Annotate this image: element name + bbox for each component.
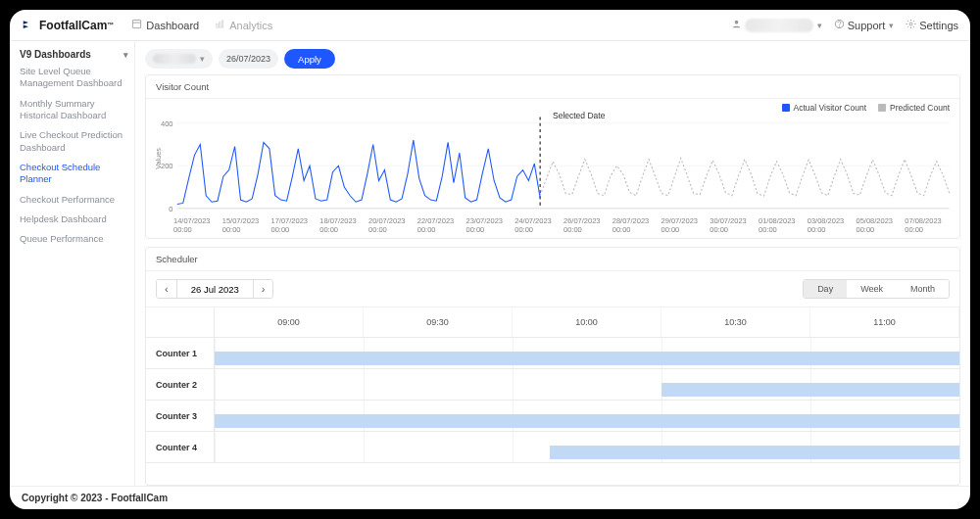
- row-bar-area: [215, 432, 959, 462]
- date-select[interactable]: 26/07/2023: [219, 49, 278, 69]
- svg-rect-0: [133, 20, 141, 27]
- user-icon: [731, 19, 742, 31]
- main-content: ▾ 26/07/2023 Apply Visitor Count Ac: [135, 41, 970, 486]
- chevron-down-icon: ▾: [123, 50, 128, 60]
- x-tick: 26/07/2023 00:00: [564, 216, 612, 234]
- view-week-button[interactable]: Week: [847, 280, 897, 298]
- time-header: 10:30: [662, 307, 810, 337]
- time-header: 11:00: [810, 307, 959, 337]
- svg-text:0: 0: [169, 205, 172, 213]
- x-tick: 17/07/2023 00:00: [271, 216, 320, 234]
- svg-rect-2: [217, 24, 218, 28]
- x-tick: 18/07/2023 00:00: [319, 216, 368, 234]
- topbar: FootfallCam™ Dashboard Analytics ▾: [10, 10, 970, 41]
- sidebar: V9 Dashboards ▾ Site Level Queue Managem…: [10, 41, 135, 486]
- svg-rect-3: [220, 23, 220, 28]
- scheduler-title: Scheduler: [146, 248, 959, 271]
- dashboard-icon: [131, 19, 142, 31]
- time-header: 09:00: [215, 307, 364, 337]
- sidebar-item-3[interactable]: Checkout Schedule Planner: [20, 162, 128, 186]
- site-value-blurred: [153, 54, 196, 64]
- nav-dashboard[interactable]: Dashboard: [131, 19, 199, 31]
- sidebar-item-0[interactable]: Site Level Queue Management Dashboard: [20, 66, 128, 90]
- svg-point-8: [909, 23, 912, 25]
- prev-day-button[interactable]: ‹: [157, 280, 176, 298]
- x-tick: 14/07/2023 00:00: [173, 216, 222, 234]
- site-select[interactable]: ▾: [145, 49, 213, 69]
- x-tick: 20/07/2023 00:00: [368, 216, 417, 234]
- row-label: Counter 1: [146, 338, 215, 368]
- x-tick: 30/07/2023 00:00: [710, 216, 759, 234]
- view-toggle: Day Week Month: [803, 279, 950, 299]
- svg-point-7: [839, 26, 840, 27]
- schedule-bar[interactable]: [550, 446, 959, 459]
- footer-copyright: Copyright © 2023 - FootfallCam: [10, 486, 970, 509]
- time-header: 09:30: [364, 307, 513, 337]
- x-tick: 22/07/2023 00:00: [417, 216, 466, 234]
- sidebar-item-4[interactable]: Checkout Performance: [20, 194, 128, 206]
- sidebar-item-2[interactable]: Live Checkout Prediction Dashboard: [20, 129, 128, 154]
- sidebar-item-6[interactable]: Queue Performance: [20, 233, 128, 245]
- date-value: 26/07/2023: [226, 54, 270, 64]
- help-icon: [834, 19, 845, 31]
- row-bar-area: [215, 401, 959, 431]
- x-tick: 29/07/2023 00:00: [662, 216, 710, 234]
- svg-text:Values: Values: [153, 148, 162, 169]
- settings-link[interactable]: Settings: [906, 19, 958, 31]
- chevron-down-icon: ▾: [817, 21, 822, 30]
- x-tick: 07/08/2023 00:00: [905, 216, 954, 234]
- row-label: Counter 2: [146, 369, 215, 400]
- x-tick: 01/08/2023 00:00: [759, 216, 808, 234]
- scheduler-row: Counter 2: [146, 369, 959, 401]
- brand-logo: FootfallCam™: [22, 19, 114, 32]
- support-link[interactable]: Support ▾: [834, 19, 895, 31]
- legend-predicted[interactable]: Predicted Count: [878, 103, 950, 113]
- user-name-blurred: [745, 19, 813, 32]
- schedule-bar[interactable]: [215, 414, 959, 428]
- legend-actual[interactable]: Actual Visitor Count: [782, 103, 867, 113]
- x-tick: 23/07/2023 00:00: [466, 216, 515, 234]
- sidebar-item-5[interactable]: Helpdesk Dashboard: [20, 213, 128, 225]
- chart-x-axis: 14/07/2023 00:0015/07/2023 00:0017/07/20…: [146, 216, 959, 238]
- x-tick: 05/08/2023 00:00: [857, 216, 906, 234]
- visitor-count-card: Visitor Count Actual Visitor Count Predi…: [145, 74, 960, 239]
- chevron-down-icon: ▾: [889, 21, 894, 30]
- svg-point-5: [734, 21, 738, 24]
- user-menu[interactable]: ▾: [731, 19, 822, 32]
- chevron-down-icon: ▾: [200, 54, 205, 64]
- chart-title: Visitor Count: [146, 75, 959, 99]
- svg-rect-4: [222, 21, 223, 27]
- apply-button[interactable]: Apply: [284, 49, 335, 69]
- schedule-bar[interactable]: [215, 352, 959, 365]
- row-label: Counter 4: [146, 432, 215, 462]
- view-day-button[interactable]: Day: [804, 280, 847, 298]
- date-nav: ‹ 26 Jul 2023 ›: [156, 279, 273, 299]
- svg-text:200: 200: [161, 162, 173, 170]
- row-bar-area: [215, 369, 959, 400]
- x-tick: 28/07/2023 00:00: [612, 216, 662, 234]
- scheduler-row: Counter 3: [146, 401, 959, 432]
- x-tick: 15/07/2023 00:00: [222, 216, 271, 234]
- scheduler-row: Counter 1: [146, 338, 959, 369]
- filter-bar: ▾ 26/07/2023 Apply: [145, 49, 960, 69]
- sidebar-group-header[interactable]: V9 Dashboards ▾: [20, 49, 128, 60]
- gear-icon: [906, 19, 916, 31]
- row-label: Counter 3: [146, 401, 215, 431]
- nav-analytics[interactable]: Analytics: [215, 19, 272, 31]
- scheduler-time-header: 09:0009:3010:0010:3011:00: [146, 307, 959, 338]
- schedule-bar[interactable]: [662, 383, 959, 397]
- scheduler-date: 26 Jul 2023: [176, 280, 254, 298]
- scheduler-row: Counter 4: [146, 432, 959, 463]
- scheduler-card: Scheduler ‹ 26 Jul 2023 › Day Week Month: [145, 247, 960, 486]
- svg-text:400: 400: [161, 119, 173, 128]
- x-tick: 24/07/2023 00:00: [514, 216, 564, 234]
- next-day-button[interactable]: ›: [254, 280, 273, 298]
- sidebar-item-1[interactable]: Monthly Summary Historical Dashboard: [20, 98, 128, 122]
- chart-legend: Actual Visitor Count Predicted Count: [782, 103, 950, 113]
- x-tick: 03/08/2023 00:00: [808, 216, 857, 234]
- view-month-button[interactable]: Month: [897, 280, 949, 298]
- analytics-icon: [215, 19, 225, 31]
- time-header: 10:00: [513, 307, 662, 337]
- selected-date-label: Selected Date: [553, 111, 605, 120]
- row-bar-area: [215, 338, 959, 368]
